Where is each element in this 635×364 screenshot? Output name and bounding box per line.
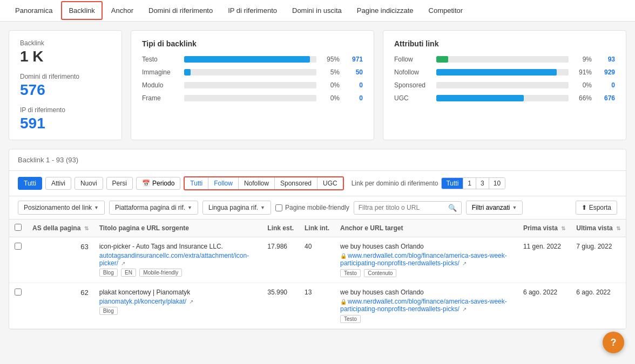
tipi-row-immagine: Immagine 5% 50	[142, 68, 363, 76]
attr-label-ugc: UGC	[394, 94, 432, 102]
row-checkbox-2[interactable]	[15, 289, 22, 296]
search-input[interactable]	[359, 204, 446, 211]
nav-anchor[interactable]: Anchor	[105, 2, 140, 19]
tipi-bar-frame-container	[184, 95, 316, 101]
anchor-url-1[interactable]: 🔒www.nerdwallet.com/blog/finance/america…	[340, 252, 507, 267]
nav-backlink[interactable]: Backlink	[61, 1, 102, 20]
attr-bar-follow-container	[436, 56, 569, 63]
th-ultima[interactable]: Ultima vista ⇅	[571, 219, 626, 237]
filtri-avanzati-label: Filtri avanzati	[472, 204, 510, 211]
nav-domini-riferimento[interactable]: Domini di riferimento	[142, 2, 219, 19]
nav-pagine-indicizzate[interactable]: Pagine indicizzate	[350, 2, 420, 19]
td-checkbox-2[interactable]	[9, 283, 27, 329]
attr-filter-group: Tutti Follow Nofollow Sponsored UGC	[184, 176, 343, 190]
attr-row-sponsored: Sponsored 0% 0	[394, 81, 615, 89]
lock-icon-1: 🔒	[340, 253, 347, 259]
page-url-1[interactable]: autotagsandinsurancellc.com/extra/attach…	[99, 252, 249, 267]
select-all-checkbox[interactable]	[15, 224, 22, 231]
table-row: 62 plakat koncertowy | Pianomatyk pianom…	[9, 283, 626, 329]
filter-tutti-btn[interactable]: Tutti	[18, 177, 42, 190]
td-link-int-2: 13	[299, 283, 335, 329]
nav-domini-uscita[interactable]: Domini in uscita	[286, 2, 348, 19]
page-title-1: icon-picker - Auto Tags and Insurance LL…	[99, 243, 257, 250]
attr-row-ugc: UGC 66% 676	[394, 94, 615, 102]
th-anchor-label: Anchor e URL target	[340, 224, 403, 232]
page-url-2[interactable]: pianomatyk.pl/koncerty/plakat/ ↗	[99, 298, 194, 305]
tipi-pct-testo: 95%	[321, 56, 340, 63]
attr-filter-sponsored[interactable]: Sponsored	[275, 177, 318, 189]
th-anchor[interactable]: Anchor e URL target	[335, 219, 518, 237]
mobile-friendly-checkbox[interactable]	[275, 204, 282, 211]
tipi-label-modulo: Modulo	[142, 81, 180, 89]
tipi-bar-testo	[184, 56, 310, 63]
piattaforma-dropdown[interactable]: Piattaforma pagina di rif. ▼	[109, 201, 198, 215]
nav-competitor[interactable]: Competitor	[422, 2, 470, 19]
link-per-dominio-group: Link per dominio di riferimento Tutti 1 …	[352, 177, 505, 189]
top-navigation: Panoramica Backlink Anchor Domini di rif…	[0, 0, 635, 22]
tag-blog-2: Blog	[99, 307, 118, 315]
backlink-section-title: Backlink	[18, 156, 44, 164]
attr-filter-nofollow[interactable]: Nofollow	[239, 177, 275, 189]
filtri-avanzati-btn[interactable]: Filtri avanzati ▼	[466, 201, 523, 215]
external-link-icon-1: ↗	[121, 260, 125, 266]
attr-row-nofollow: Nofollow 91% 929	[394, 68, 615, 76]
mobile-friendly-checkbox-label[interactable]: Pagine mobile-friendly	[275, 204, 349, 211]
tag-mobile-1: Mobile-friendly	[139, 269, 182, 277]
lpd-10[interactable]: 10	[489, 178, 505, 189]
td-link-est-1: 17.986	[262, 237, 299, 283]
posizionamento-dropdown[interactable]: Posizionamento del link ▼	[18, 201, 105, 215]
sort-icon-prima: ⇅	[561, 225, 565, 231]
nav-ip-riferimento[interactable]: IP di riferimento	[221, 2, 283, 19]
nav-panoramica[interactable]: Panoramica	[9, 2, 59, 19]
lpd-tutti[interactable]: Tutti	[442, 178, 463, 189]
filter-periodo-btn[interactable]: 📅 Periodo	[136, 177, 180, 190]
th-as[interactable]: AS della pagina ⇅	[27, 219, 94, 237]
page-title-2: plakat koncertowy | Pianomatyk	[99, 289, 257, 296]
backlink-table: AS della pagina ⇅ Titolo pagina e URL so…	[9, 219, 626, 329]
attr-count-ugc: 676	[596, 94, 615, 102]
lingua-dropdown[interactable]: Lingua pagina rif. ▼	[202, 201, 271, 215]
th-link-est[interactable]: Link est.	[262, 219, 299, 237]
link-per-dominio-label: Link per dominio di riferimento	[352, 180, 438, 187]
tipi-row-testo: Testo 95% 971	[142, 56, 363, 63]
td-checkbox-1[interactable]	[9, 237, 27, 283]
th-link-int[interactable]: Link int.	[299, 219, 335, 237]
attr-count-sponsored: 0	[596, 81, 615, 89]
backlink-section-header: Backlink 1 - 93 (93)	[9, 149, 626, 171]
backlink-table-container: AS della pagina ⇅ Titolo pagina e URL so…	[9, 219, 626, 329]
attr-label-sponsored: Sponsored	[394, 81, 432, 89]
attr-filter-tutti[interactable]: Tutti	[185, 177, 208, 189]
th-checkbox	[9, 219, 27, 237]
domini-stat: Domini di riferimento 576	[20, 73, 111, 98]
td-link-int-1: 40	[299, 237, 335, 283]
th-title[interactable]: Titolo pagina e URL sorgente	[94, 219, 262, 237]
lpd-1[interactable]: 1	[463, 178, 476, 189]
calendar-icon: 📅	[142, 180, 150, 187]
stats-charts-row: Backlink 1 K Domini di riferimento 576 I…	[9, 30, 626, 140]
search-input-wrap[interactable]: 🔍	[354, 201, 462, 215]
row-checkbox-1[interactable]	[15, 243, 22, 250]
filter-persi-btn[interactable]: Persi	[106, 177, 133, 190]
attr-filter-ugc[interactable]: UGC	[318, 177, 343, 189]
td-ultima-1: 7 giug. 2022	[571, 237, 626, 283]
lpd-options: Tutti 1 3 10	[441, 177, 505, 189]
attr-label-follow: Follow	[394, 56, 432, 63]
lingua-label: Lingua pagina rif.	[208, 204, 258, 211]
backlink-value: 1 K	[20, 49, 111, 64]
tags-1: Blog EN Mobile-friendly	[99, 267, 257, 277]
domini-label: Domini di riferimento	[20, 73, 111, 80]
td-as-2: 62	[27, 283, 94, 329]
filter-attivi-btn[interactable]: Attivi	[45, 177, 71, 190]
th-as-label: AS della pagina	[32, 224, 80, 232]
lpd-3[interactable]: 3	[476, 178, 489, 189]
ip-label: IP di riferimento	[20, 106, 111, 114]
esporta-btn[interactable]: ⬆ Esporta	[576, 201, 617, 215]
filter-nuovi-btn[interactable]: Nuovi	[75, 177, 103, 190]
tipi-label-frame: Frame	[142, 94, 180, 102]
tipi-bar-immagine-container	[184, 69, 316, 75]
th-prima[interactable]: Prima vista ⇅	[518, 219, 571, 237]
tipi-pct-modulo: 0%	[321, 81, 340, 89]
anchor-url-2[interactable]: 🔒www.nerdwallet.com/blog/finance/america…	[340, 298, 507, 313]
attr-bar-nofollow-container	[436, 69, 569, 75]
attr-filter-follow[interactable]: Follow	[208, 177, 239, 189]
